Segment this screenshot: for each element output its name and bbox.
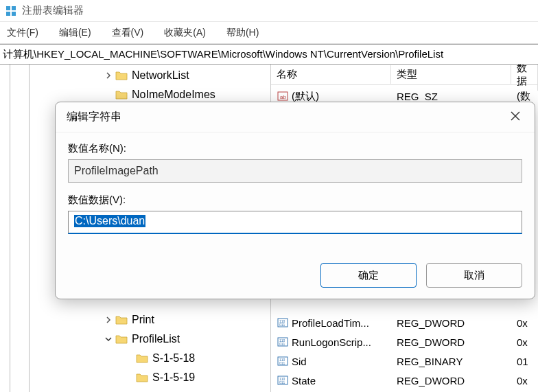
value-name: Sid	[292, 356, 307, 367]
value-data-label: 数值数据(V):	[68, 194, 522, 207]
value-name: (默认)	[292, 90, 319, 103]
svg-rect-0	[6, 6, 10, 10]
menu-edit[interactable]: 编辑(E)	[55, 24, 95, 42]
binary-value-icon: 110011	[277, 374, 289, 387]
svg-text:011: 011	[279, 361, 285, 365]
binary-value-icon: 110011	[277, 336, 289, 348]
chevron-right-icon[interactable]	[103, 70, 114, 81]
value-name: RunLogonScrip...	[292, 336, 371, 348]
tree-item-label: NoImeModeImes	[132, 89, 215, 101]
edit-string-dialog: 编辑字符串 数值名称(N): 数值数据(V): C:\Users\duan 确定…	[55, 102, 535, 299]
dialog-titlebar: 编辑字符串	[56, 102, 535, 132]
tree-item-label: S-1-5-18	[152, 352, 195, 365]
value-data: 0x	[514, 373, 538, 388]
chevron-none	[124, 353, 134, 364]
value-data-input[interactable]: C:\Users\duan	[68, 211, 522, 234]
folder-icon	[115, 314, 128, 325]
value-data: 01	[514, 354, 538, 369]
col-header-type[interactable]: 类型	[391, 65, 511, 84]
tree-item[interactable]: S-1-5-20	[0, 387, 270, 392]
close-icon[interactable]	[510, 111, 524, 124]
folder-icon	[136, 353, 148, 364]
dialog-title: 编辑字符串	[67, 110, 121, 124]
window-title: 注册表编辑器	[22, 4, 84, 17]
col-header-data[interactable]: 数据	[511, 65, 538, 91]
list-row[interactable]: 110011ProfileLoadTim...REG_DWORD0x	[271, 313, 538, 332]
value-type: REG_DWORD	[394, 335, 514, 349]
svg-text:ab: ab	[280, 94, 286, 100]
tree-item-label: Print	[132, 314, 154, 326]
path-bar[interactable]: 计算机\HKEY_LOCAL_MACHINE\SOFTWARE\Microsof…	[0, 44, 538, 65]
list-header: 名称 类型 数据	[271, 65, 538, 85]
value-data: 0x	[514, 335, 538, 349]
app-icon	[5, 5, 16, 16]
folder-icon	[115, 334, 128, 345]
tree-item-label: S-1-5-19	[152, 371, 195, 384]
folder-icon	[136, 372, 148, 383]
folder-icon	[115, 70, 128, 81]
value-type: REG_DWORD	[394, 373, 514, 388]
value-name-input[interactable]	[68, 159, 522, 183]
menubar: 文件(F) 编辑(E) 查看(V) 收藏夹(A) 帮助(H)	[0, 22, 538, 44]
value-data: 0x	[514, 316, 538, 330]
value-type: REG_DWORD	[394, 316, 514, 330]
svg-text:011: 011	[279, 380, 285, 384]
tree-item-label: NetworkList	[132, 69, 189, 82]
tree-item[interactable]: S-1-5-18	[0, 349, 270, 368]
svg-text:011: 011	[279, 342, 285, 346]
binary-value-icon: 110011	[277, 316, 289, 329]
tree-item[interactable]: S-1-5-19	[0, 368, 270, 387]
dialog-body: 数值名称(N): 数值数据(V): C:\Users\duan	[56, 132, 535, 257]
value-name-label: 数值名称(N):	[68, 142, 522, 155]
svg-text:011: 011	[279, 323, 285, 327]
list-row[interactable]: 110011SidREG_BINARY01	[271, 351, 538, 371]
svg-rect-3	[12, 12, 16, 16]
titlebar: 注册表编辑器	[0, 0, 538, 22]
ok-button[interactable]: 确定	[320, 263, 417, 288]
value-name: ProfileLoadTim...	[292, 317, 369, 329]
tree-item[interactable]: NetworkList	[0, 66, 270, 85]
menu-help[interactable]: 帮助(H)	[222, 24, 263, 42]
string-value-icon: ab	[277, 90, 289, 102]
menu-favorites[interactable]: 收藏夹(A)	[160, 24, 210, 42]
menu-file[interactable]: 文件(F)	[3, 24, 43, 42]
col-header-name[interactable]: 名称	[271, 65, 391, 84]
dialog-footer: 确定 取消	[56, 257, 535, 299]
chevron-down-icon[interactable]	[103, 334, 114, 345]
binary-value-icon: 110011	[277, 355, 289, 367]
chevron-right-icon[interactable]	[103, 314, 114, 325]
folder-icon	[115, 89, 128, 100]
list-row[interactable]: 110011RunLogonScrip...REG_DWORD0x	[271, 332, 538, 351]
svg-rect-1	[12, 6, 16, 10]
value-name: State	[292, 375, 316, 387]
tree-item-label: ProfileList	[132, 333, 180, 345]
path-text: 计算机\HKEY_LOCAL_MACHINE\SOFTWARE\Microsof…	[3, 48, 443, 61]
svg-rect-2	[6, 12, 10, 16]
list-row[interactable]: 110011StateREG_DWORD0x	[271, 371, 538, 390]
tree-item[interactable]: Print	[0, 310, 270, 330]
chevron-none	[103, 89, 114, 100]
cancel-button[interactable]: 取消	[426, 263, 522, 288]
tree-item[interactable]: ProfileList	[0, 330, 270, 349]
chevron-none	[124, 372, 134, 383]
value-type: REG_BINARY	[394, 354, 514, 369]
menu-view[interactable]: 查看(V)	[108, 24, 148, 42]
value-data-selected-text: C:\Users\duan	[74, 215, 145, 227]
